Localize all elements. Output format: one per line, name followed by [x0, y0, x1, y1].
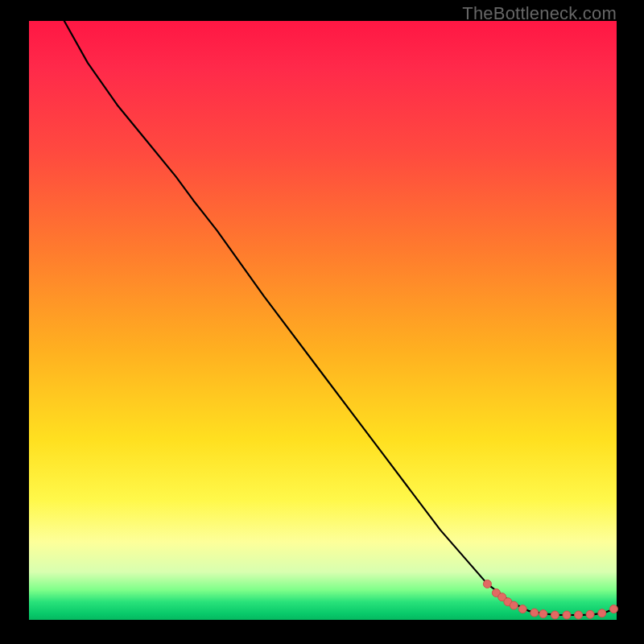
curve-marker — [598, 609, 606, 617]
plot-area — [29, 21, 617, 620]
curve-marker — [575, 611, 583, 619]
curve-marker — [530, 609, 539, 617]
curve-markers — [483, 580, 617, 619]
curve-marker — [609, 605, 617, 613]
curve-marker — [551, 611, 559, 619]
curve-marker — [563, 611, 571, 619]
curve-marker — [518, 605, 526, 613]
curve-layer — [29, 21, 617, 620]
curve-marker — [510, 601, 518, 609]
curve-marker — [539, 610, 547, 618]
curve-marker — [586, 610, 594, 618]
chart-frame: TheBottleneck.com — [0, 0, 644, 644]
bottleneck-curve — [64, 21, 614, 615]
curve-marker — [483, 580, 491, 588]
